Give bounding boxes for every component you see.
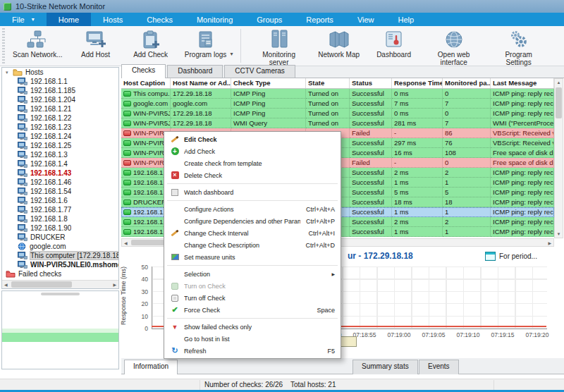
- menu-item-add-check[interactable]: +Add Check: [166, 145, 339, 157]
- chevron-down-icon[interactable]: ▾: [231, 51, 233, 57]
- column-header-host-caption[interactable]: Host Caption: [121, 78, 171, 88]
- table-row[interactable]: This compu...172.29.18.18ICMP PingTurned…: [121, 89, 554, 99]
- status-led-icon: [123, 121, 131, 126]
- tree-host-192-168-1-43[interactable]: 192.168.1.43: [2, 169, 118, 178]
- cell-c4: Successful: [350, 118, 392, 128]
- tree-host-192-168-1-3[interactable]: 192.168.1.3: [2, 150, 118, 159]
- scroll-left-icon[interactable]: ◀: [2, 282, 10, 287]
- tree-host-192-168-1-90[interactable]: 192.168.1.90: [2, 223, 118, 233]
- bottom-tab-events[interactable]: Events: [419, 360, 459, 374]
- bottom-tab-information[interactable]: Information: [124, 360, 178, 374]
- menu-item-edit-check[interactable]: Edit Check: [166, 133, 339, 145]
- menubar-item-home[interactable]: Home: [47, 13, 91, 26]
- column-header-last-message[interactable]: Last Message: [491, 78, 554, 88]
- tree-host-192-168-1-1[interactable]: 192.168.1.1: [2, 77, 118, 86]
- menu-item-turn-on-check[interactable]: Turn on Check: [166, 280, 339, 292]
- bottom-tab-summary-stats[interactable]: Summary stats: [352, 360, 418, 374]
- menu-item-delete-check[interactable]: ×Delete Check: [166, 169, 339, 181]
- menu-item-refresh[interactable]: ↻RefreshF5: [166, 345, 339, 357]
- menu-item-set-measure-units[interactable]: Set measure units: [166, 251, 339, 263]
- column-header-state[interactable]: State: [306, 78, 350, 88]
- tree-host-192-168-1-54[interactable]: 192.168.1.54: [2, 187, 118, 196]
- toolbar-button-label: Program logs: [185, 51, 226, 59]
- scroll-up-icon[interactable]: ▲: [557, 79, 561, 86]
- table-vertical-scrollbar[interactable]: ▲ ▼: [554, 78, 563, 238]
- toolbar-button-open-web-interface[interactable]: Open web interface: [422, 26, 486, 66]
- column-header-check-type[interactable]: Check Type: [231, 78, 306, 88]
- tree-host-192-168-1-25[interactable]: 192.168.1.25: [2, 141, 118, 150]
- tab-checks[interactable]: Checks: [121, 64, 166, 78]
- tree-host-192-168-1-6[interactable]: 192.168.1.6: [2, 196, 118, 205]
- toolbar-button-network-map[interactable]: Network Map: [312, 26, 367, 59]
- tree-host-192-168-1-185[interactable]: 192.168.1.185: [2, 86, 118, 95]
- tree-root-hosts[interactable]: ▾Hosts: [2, 68, 118, 77]
- tree-host-win-pvir5jnlei0-mshome-n[interactable]: WIN-PVIR5JNLEI0.mshome.n: [2, 260, 118, 269]
- cell-c5: 0 ms: [392, 109, 443, 118]
- toolbar-button-add-check[interactable]: Add Check: [123, 26, 178, 59]
- tree-host-this-computer-172-29-18-18[interactable]: This computer [172.29.18.18]: [2, 251, 118, 260]
- menu-item-configure-dependencies-and-other-parameters[interactable]: Configure Dependencies and other Paramet…: [166, 215, 339, 227]
- column-header-monitored-pa[interactable]: Monitored pa...: [443, 78, 491, 88]
- menubar-item-reports[interactable]: Reports: [294, 13, 345, 26]
- table-row[interactable]: google.comgoogle.comICMP PingTurned onSu…: [121, 99, 554, 109]
- toolbar-button-add-host[interactable]: Add Host: [68, 26, 123, 59]
- menu-item-selection[interactable]: Selection▶: [166, 268, 339, 280]
- column-header-status[interactable]: Status: [350, 78, 392, 88]
- tree-host-192-168-1-8[interactable]: 192.168.1.8: [2, 214, 118, 223]
- tree-host-192-168-1-4[interactable]: 192.168.1.4: [2, 159, 118, 169]
- refresh-icon: ↻: [168, 346, 181, 355]
- toolbar-button-program-logs[interactable]: Program logs: [178, 26, 233, 59]
- column-header-host-name-or-ad[interactable]: Host Name or Ad...: [171, 78, 231, 88]
- tree-host-192-168-1-24[interactable]: 192.168.1.24: [2, 132, 118, 141]
- lower-left-panel: [1, 290, 119, 369]
- tree-host-192-168-1-77[interactable]: 192.168.1.77: [2, 205, 118, 214]
- column-header-response-time[interactable]: Response Time: [392, 78, 443, 88]
- tree-host-label: 192.168.1.54: [30, 188, 71, 195]
- menubar-item-file[interactable]: File▾: [0, 13, 47, 26]
- menu-item-change-check-description[interactable]: Change Check DescriptionCtrl+Alt+D: [166, 239, 339, 251]
- tree-host-google-com[interactable]: google.com: [2, 242, 118, 251]
- menubar-item-help[interactable]: Help: [386, 13, 427, 26]
- menu-item-change-check-interval[interactable]: Change Check IntervalCtrl+Alt+I: [166, 227, 339, 239]
- for-period-button[interactable]: For period...: [485, 252, 537, 261]
- menu-item-show-failed-checks-only[interactable]: ▼Show failed checks only: [166, 321, 339, 333]
- table-vscroll-track[interactable]: [555, 86, 563, 231]
- toolbar-button-dashboard[interactable]: Dashboard: [367, 26, 422, 59]
- menu-item-turn-off-check[interactable]: Turn off Check: [166, 292, 339, 304]
- tree-horizontal-scrollbar[interactable]: ◀ ▶: [2, 280, 118, 288]
- status-led-icon: [123, 200, 131, 205]
- tree-scroll-thumb[interactable]: [11, 281, 72, 288]
- menu-item-go-to-host-in-list[interactable]: Go to host in list: [166, 333, 339, 345]
- scroll-right-icon[interactable]: ▶: [546, 240, 553, 245]
- chevron-expanded-icon[interactable]: ▾: [6, 70, 13, 75]
- menubar-item-monitoring[interactable]: Monitoring: [185, 13, 245, 26]
- tab-dashboard[interactable]: Dashboard: [167, 65, 223, 78]
- menu-item-watch-dashboard[interactable]: Watch dashboard: [166, 186, 339, 198]
- tree-host-192-168-1-46[interactable]: 192.168.1.46: [2, 178, 118, 187]
- tree-failed-checks[interactable]: Failed checks: [2, 269, 118, 278]
- table-vscroll-thumb[interactable]: [556, 87, 562, 118]
- splitter-handle[interactable]: [41, 293, 80, 295]
- tree-scroll-track[interactable]: [10, 281, 111, 288]
- menubar-item-hosts[interactable]: Hosts: [91, 13, 135, 26]
- menubar-item-groups[interactable]: Groups: [245, 13, 294, 26]
- tree-host-drucker[interactable]: DRUCKER: [2, 233, 118, 242]
- table-row[interactable]: WIN-PVIR5J...172.29.18.18WMI QueryTurned…: [121, 118, 554, 128]
- toolbar-button-scan-network[interactable]: Scan Network...: [7, 26, 68, 59]
- scroll-down-icon[interactable]: ▼: [557, 231, 561, 238]
- tree-host-192-168-1-22[interactable]: 192.168.1.22: [2, 114, 118, 123]
- scroll-right-icon[interactable]: ▶: [111, 282, 118, 287]
- menubar-item-view[interactable]: View: [345, 13, 386, 26]
- toolbar-button-program-settings[interactable]: Program Settings: [486, 26, 551, 66]
- scroll-left-icon[interactable]: ◀: [122, 240, 130, 245]
- menubar-item-checks[interactable]: Checks: [135, 13, 185, 26]
- menu-item-force-check[interactable]: ✔Force CheckSpace: [166, 304, 339, 316]
- chevron-down-icon[interactable]: ▾: [32, 16, 35, 23]
- tab-cctv-cameras[interactable]: CCTV Cameras: [224, 65, 295, 78]
- tree-host-192-168-1-204[interactable]: 192.168.1.204: [2, 95, 118, 104]
- menu-item-create-check-from-template[interactable]: Create check from template: [166, 157, 339, 169]
- menu-item-configure-actions[interactable]: Configure ActionsCtrl+Alt+A: [166, 203, 339, 215]
- tree-host-192-168-1-21[interactable]: 192.168.1.21: [2, 104, 118, 114]
- table-row[interactable]: WIN-PVIR5J...172.29.18.18ICMP PingTurned…: [121, 109, 554, 118]
- tree-host-192-168-1-23[interactable]: 192.168.1.23: [2, 123, 118, 132]
